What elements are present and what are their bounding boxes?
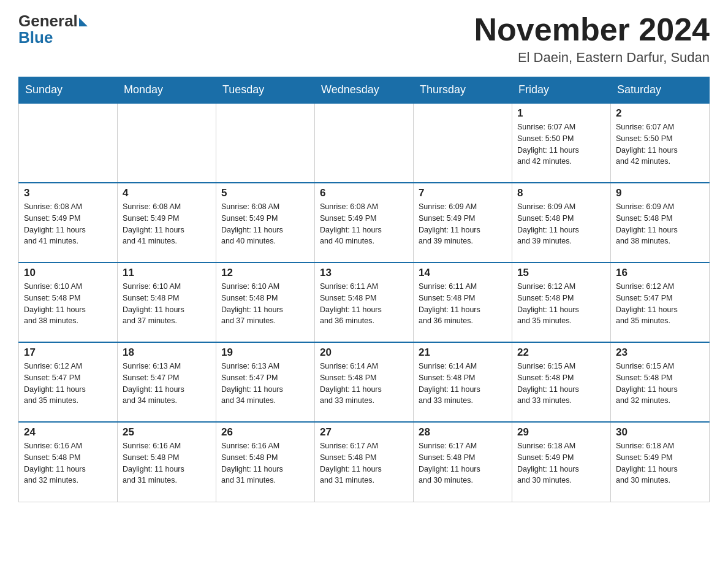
- logo: General Blue: [18, 12, 88, 46]
- day-number: 6: [320, 187, 408, 199]
- day-info: Sunrise: 6:07 AMSunset: 5:50 PMDaylight:…: [517, 121, 605, 167]
- day-number: 1: [517, 107, 605, 120]
- calendar-day-cell: 21Sunrise: 6:14 AMSunset: 5:48 PMDayligh…: [414, 342, 512, 422]
- day-number: 11: [123, 267, 211, 279]
- weekday-header-thursday: Thursday: [414, 77, 512, 104]
- day-info: Sunrise: 6:17 AMSunset: 5:48 PMDaylight:…: [320, 440, 408, 486]
- calendar-day-cell: 25Sunrise: 6:16 AMSunset: 5:48 PMDayligh…: [118, 422, 216, 502]
- calendar-day-cell: 12Sunrise: 6:10 AMSunset: 5:48 PMDayligh…: [216, 262, 315, 342]
- calendar-empty-cell: [19, 103, 118, 183]
- day-info: Sunrise: 6:13 AMSunset: 5:47 PMDaylight:…: [123, 361, 211, 407]
- day-info: Sunrise: 6:12 AMSunset: 5:48 PMDaylight:…: [517, 281, 605, 327]
- logo-blue-text: Blue: [18, 29, 53, 47]
- weekday-header-sunday: Sunday: [19, 77, 118, 104]
- calendar-day-cell: 15Sunrise: 6:12 AMSunset: 5:48 PMDayligh…: [512, 262, 611, 342]
- page-header: General Blue November 2024 El Daein, Eas…: [18, 12, 710, 66]
- weekday-header-row: SundayMondayTuesdayWednesdayThursdayFrid…: [19, 77, 710, 104]
- day-number: 21: [419, 347, 507, 359]
- calendar-empty-cell: [315, 103, 414, 183]
- day-info: Sunrise: 6:10 AMSunset: 5:48 PMDaylight:…: [221, 281, 309, 327]
- day-info: Sunrise: 6:09 AMSunset: 5:48 PMDaylight:…: [616, 201, 704, 247]
- day-number: 10: [24, 267, 112, 279]
- day-number: 30: [616, 426, 704, 439]
- calendar-day-cell: 1Sunrise: 6:07 AMSunset: 5:50 PMDaylight…: [512, 103, 611, 183]
- day-number: 13: [320, 267, 408, 279]
- calendar-week-row: 1Sunrise: 6:07 AMSunset: 5:50 PMDaylight…: [19, 103, 710, 183]
- day-number: 25: [123, 426, 211, 439]
- day-number: 20: [320, 347, 408, 359]
- day-number: 8: [517, 187, 605, 199]
- day-info: Sunrise: 6:09 AMSunset: 5:49 PMDaylight:…: [419, 201, 507, 247]
- title-section: November 2024 El Daein, Eastern Darfur, …: [474, 12, 710, 66]
- day-info: Sunrise: 6:09 AMSunset: 5:48 PMDaylight:…: [517, 201, 605, 247]
- day-info: Sunrise: 6:08 AMSunset: 5:49 PMDaylight:…: [320, 201, 408, 247]
- day-number: 4: [123, 187, 211, 199]
- calendar-day-cell: 23Sunrise: 6:15 AMSunset: 5:48 PMDayligh…: [611, 342, 710, 422]
- day-number: 28: [419, 426, 507, 439]
- day-info: Sunrise: 6:13 AMSunset: 5:47 PMDaylight:…: [221, 361, 309, 407]
- calendar-day-cell: 28Sunrise: 6:17 AMSunset: 5:48 PMDayligh…: [414, 422, 512, 502]
- calendar-day-cell: 7Sunrise: 6:09 AMSunset: 5:49 PMDaylight…: [414, 183, 512, 262]
- calendar-day-cell: 18Sunrise: 6:13 AMSunset: 5:47 PMDayligh…: [118, 342, 216, 422]
- calendar-subtitle: El Daein, Eastern Darfur, Sudan: [474, 50, 710, 66]
- calendar-day-cell: 20Sunrise: 6:14 AMSunset: 5:48 PMDayligh…: [315, 342, 414, 422]
- logo-arrow-icon: [79, 18, 88, 26]
- day-number: 22: [517, 347, 605, 359]
- day-number: 12: [221, 267, 309, 279]
- calendar-day-cell: 29Sunrise: 6:18 AMSunset: 5:49 PMDayligh…: [512, 422, 611, 502]
- day-number: 9: [616, 187, 704, 199]
- day-info: Sunrise: 6:10 AMSunset: 5:48 PMDaylight:…: [123, 281, 211, 327]
- day-number: 24: [24, 426, 112, 439]
- day-info: Sunrise: 6:16 AMSunset: 5:48 PMDaylight:…: [221, 440, 309, 486]
- day-number: 29: [517, 426, 605, 439]
- calendar-day-cell: 5Sunrise: 6:08 AMSunset: 5:49 PMDaylight…: [216, 183, 315, 262]
- calendar-day-cell: 6Sunrise: 6:08 AMSunset: 5:49 PMDaylight…: [315, 183, 414, 262]
- day-info: Sunrise: 6:15 AMSunset: 5:48 PMDaylight:…: [616, 361, 704, 407]
- calendar-day-cell: 17Sunrise: 6:12 AMSunset: 5:47 PMDayligh…: [19, 342, 118, 422]
- calendar-table: SundayMondayTuesdayWednesdayThursdayFrid…: [18, 77, 710, 502]
- day-info: Sunrise: 6:08 AMSunset: 5:49 PMDaylight:…: [24, 201, 112, 247]
- weekday-header-friday: Friday: [512, 77, 611, 104]
- day-info: Sunrise: 6:18 AMSunset: 5:49 PMDaylight:…: [517, 440, 605, 486]
- day-info: Sunrise: 6:10 AMSunset: 5:48 PMDaylight:…: [24, 281, 112, 327]
- calendar-day-cell: 8Sunrise: 6:09 AMSunset: 5:48 PMDaylight…: [512, 183, 611, 262]
- day-info: Sunrise: 6:15 AMSunset: 5:48 PMDaylight:…: [517, 361, 605, 407]
- logo-general-text: General: [18, 12, 78, 30]
- calendar-day-cell: 19Sunrise: 6:13 AMSunset: 5:47 PMDayligh…: [216, 342, 315, 422]
- day-number: 15: [517, 267, 605, 279]
- day-info: Sunrise: 6:07 AMSunset: 5:50 PMDaylight:…: [616, 121, 704, 167]
- calendar-day-cell: 14Sunrise: 6:11 AMSunset: 5:48 PMDayligh…: [414, 262, 512, 342]
- calendar-day-cell: 16Sunrise: 6:12 AMSunset: 5:47 PMDayligh…: [611, 262, 710, 342]
- calendar-day-cell: 13Sunrise: 6:11 AMSunset: 5:48 PMDayligh…: [315, 262, 414, 342]
- day-number: 7: [419, 187, 507, 199]
- calendar-day-cell: 27Sunrise: 6:17 AMSunset: 5:48 PMDayligh…: [315, 422, 414, 502]
- day-info: Sunrise: 6:11 AMSunset: 5:48 PMDaylight:…: [419, 281, 507, 327]
- day-info: Sunrise: 6:14 AMSunset: 5:48 PMDaylight:…: [320, 361, 408, 407]
- day-info: Sunrise: 6:12 AMSunset: 5:47 PMDaylight:…: [24, 361, 112, 407]
- day-number: 16: [616, 267, 704, 279]
- day-number: 23: [616, 347, 704, 359]
- calendar-day-cell: 9Sunrise: 6:09 AMSunset: 5:48 PMDaylight…: [611, 183, 710, 262]
- weekday-header-monday: Monday: [118, 77, 216, 104]
- calendar-day-cell: 3Sunrise: 6:08 AMSunset: 5:49 PMDaylight…: [19, 183, 118, 262]
- weekday-header-wednesday: Wednesday: [315, 77, 414, 104]
- day-info: Sunrise: 6:08 AMSunset: 5:49 PMDaylight:…: [123, 201, 211, 247]
- calendar-day-cell: 4Sunrise: 6:08 AMSunset: 5:49 PMDaylight…: [118, 183, 216, 262]
- day-info: Sunrise: 6:18 AMSunset: 5:49 PMDaylight:…: [616, 440, 704, 486]
- calendar-day-cell: 22Sunrise: 6:15 AMSunset: 5:48 PMDayligh…: [512, 342, 611, 422]
- calendar-week-row: 17Sunrise: 6:12 AMSunset: 5:47 PMDayligh…: [19, 342, 710, 422]
- calendar-empty-cell: [118, 103, 216, 183]
- day-info: Sunrise: 6:08 AMSunset: 5:49 PMDaylight:…: [221, 201, 309, 247]
- day-number: 26: [221, 426, 309, 439]
- calendar-day-cell: 26Sunrise: 6:16 AMSunset: 5:48 PMDayligh…: [216, 422, 315, 502]
- day-number: 19: [221, 347, 309, 359]
- weekday-header-tuesday: Tuesday: [216, 77, 315, 104]
- day-number: 14: [419, 267, 507, 279]
- calendar-day-cell: 24Sunrise: 6:16 AMSunset: 5:48 PMDayligh…: [19, 422, 118, 502]
- calendar-day-cell: 10Sunrise: 6:10 AMSunset: 5:48 PMDayligh…: [19, 262, 118, 342]
- day-info: Sunrise: 6:14 AMSunset: 5:48 PMDaylight:…: [419, 361, 507, 407]
- day-info: Sunrise: 6:16 AMSunset: 5:48 PMDaylight:…: [123, 440, 211, 486]
- day-info: Sunrise: 6:17 AMSunset: 5:48 PMDaylight:…: [419, 440, 507, 486]
- day-number: 18: [123, 347, 211, 359]
- day-number: 3: [24, 187, 112, 199]
